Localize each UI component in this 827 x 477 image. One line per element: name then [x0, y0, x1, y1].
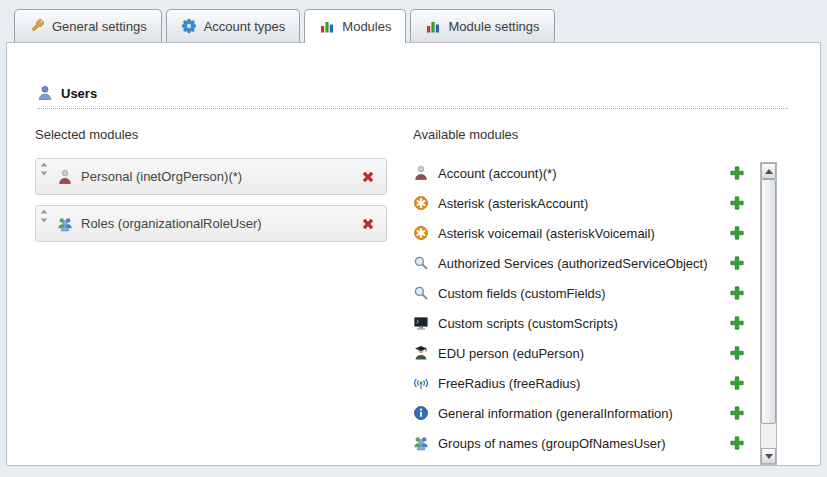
info-icon [413, 405, 429, 421]
chart-icon [319, 18, 335, 34]
sort-handle-icon[interactable] [39, 162, 49, 176]
tab-account-types[interactable]: Account types [166, 9, 301, 42]
modules-columns: Selected modules Personal (inetOrgPerson… [35, 127, 796, 458]
badge-icon [181, 18, 197, 34]
tab-label: Module settings [448, 19, 539, 34]
lam-configuration-screen: General settingsAccount typesModulesModu… [0, 0, 827, 477]
chart-icon [425, 18, 441, 34]
available-modules-scrollbar[interactable] [760, 162, 777, 465]
selected-modules-heading: Selected modules [35, 127, 387, 142]
add-module-button[interactable] [729, 195, 745, 211]
selected-module-row: Roles (organizationalRoleUser) [35, 205, 387, 242]
selected-module-label: Roles (organizationalRoleUser) [81, 216, 262, 231]
add-module-button[interactable] [729, 255, 745, 271]
available-module-label: FreeRadius (freeRadius) [438, 376, 580, 391]
scrollbar-down-button[interactable] [761, 448, 776, 464]
available-module-label: Custom fields (customFields) [438, 286, 606, 301]
available-modules-heading: Available modules [413, 127, 796, 142]
add-module-button[interactable] [729, 375, 745, 391]
tab-label: General settings [52, 19, 147, 34]
tab-label: Modules [342, 19, 391, 34]
section-header: Users [37, 85, 788, 109]
magnifier-icon [413, 255, 429, 271]
sort-handle-icon[interactable] [39, 209, 49, 223]
radius-icon [413, 375, 429, 391]
available-module-row: Groups of names (groupOfNamesUser) [413, 428, 745, 458]
available-module-row: Authorized Services (authorizedServiceOb… [413, 248, 745, 278]
selected-modules-column: Selected modules Personal (inetOrgPerson… [35, 127, 387, 458]
terminal-icon [413, 315, 429, 331]
available-module-row: EDU person (eduPerson) [413, 338, 745, 368]
available-module-label: Asterisk (asteriskAccount) [438, 196, 588, 211]
available-module-label: Authorized Services (authorizedServiceOb… [438, 256, 708, 271]
available-module-label: Account (account)(*) [438, 166, 557, 181]
remove-module-button[interactable] [360, 169, 376, 185]
content-panel: Users Selected modules Personal (inetOrg… [6, 42, 821, 466]
available-module-row: Custom fields (customFields) [413, 278, 745, 308]
available-modules-list: Account (account)(*)Asterisk (asteriskAc… [413, 158, 796, 458]
scrollbar-thumb[interactable] [761, 179, 776, 424]
available-module-label: EDU person (eduPerson) [438, 346, 584, 361]
available-module-row: General information (generalInformation) [413, 398, 745, 428]
selected-module-label: Personal (inetOrgPerson)(*) [81, 169, 242, 184]
add-module-button[interactable] [729, 405, 745, 421]
remove-module-button[interactable] [360, 216, 376, 232]
add-module-button[interactable] [729, 285, 745, 301]
available-module-row: FreeRadius (freeRadius) [413, 368, 745, 398]
group-icon [413, 435, 429, 451]
group-icon [57, 216, 73, 232]
asterisk-icon [413, 225, 429, 241]
section-title: Users [61, 86, 97, 101]
selected-module-row: Personal (inetOrgPerson)(*) [35, 158, 387, 195]
magnifier-icon [413, 285, 429, 301]
available-module-label: Custom scripts (customScripts) [438, 316, 618, 331]
person-icon [57, 169, 73, 185]
available-module-row: Custom scripts (customScripts) [413, 308, 745, 338]
available-module-row: Asterisk (asteriskAccount) [413, 188, 745, 218]
available-module-label: General information (generalInformation) [438, 406, 673, 421]
selected-modules-list: Personal (inetOrgPerson)(*)Roles (organi… [35, 158, 387, 242]
tab-label: Account types [204, 19, 286, 34]
available-module-row: Account (account)(*) [413, 158, 745, 188]
add-module-button[interactable] [729, 345, 745, 361]
add-module-button[interactable] [729, 225, 745, 241]
tab-modules[interactable]: Modules [304, 9, 406, 43]
scrollbar-up-button[interactable] [761, 163, 776, 179]
available-module-row: Asterisk voicemail (asteriskVoicemail) [413, 218, 745, 248]
edu-icon [413, 345, 429, 361]
available-module-label: Asterisk voicemail (asteriskVoicemail) [438, 226, 655, 241]
tab-bar: General settingsAccount typesModulesModu… [0, 0, 827, 42]
person-icon [413, 165, 429, 181]
down-arrow-icon [765, 454, 773, 459]
tab-general-settings[interactable]: General settings [14, 9, 162, 42]
available-module-label: Groups of names (groupOfNamesUser) [438, 436, 666, 451]
add-module-button[interactable] [729, 435, 745, 451]
user-icon [37, 85, 53, 101]
asterisk-icon [413, 195, 429, 211]
available-modules-column: Available modules Account (account)(*)As… [413, 127, 796, 458]
tab-module-settings[interactable]: Module settings [410, 9, 554, 42]
add-module-button[interactable] [729, 315, 745, 331]
up-arrow-icon [765, 169, 773, 174]
wrench-icon [29, 18, 45, 34]
add-module-button[interactable] [729, 165, 745, 181]
